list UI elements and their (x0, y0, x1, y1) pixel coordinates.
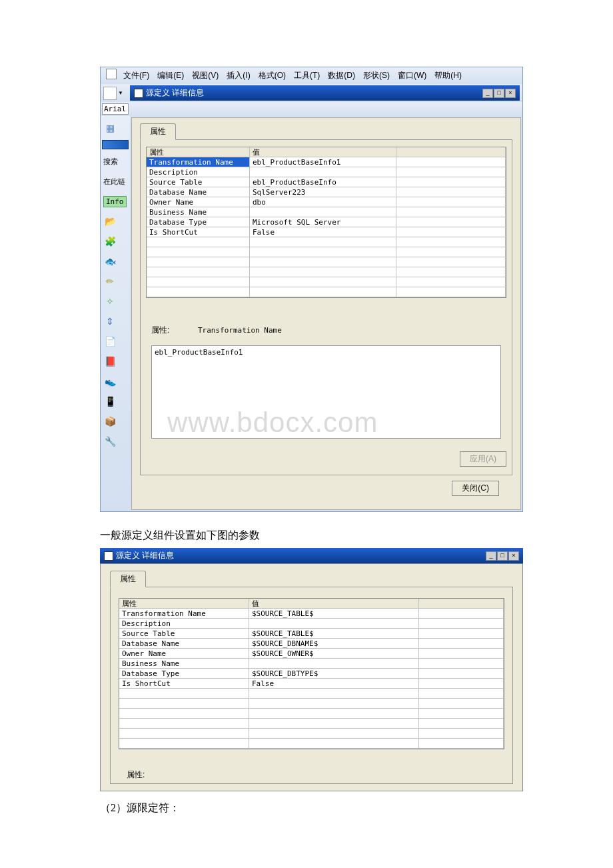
grid-row[interactable]: Business Name (119, 659, 504, 669)
menu-insert[interactable]: 插入(I) (223, 69, 254, 83)
dialog-titlebar: 源定义 详细信息 _ □ × (130, 85, 520, 101)
grid-row[interactable]: Database Type $SOURCE_DBTYPE$ (119, 669, 504, 679)
minimize-button[interactable]: _ (482, 89, 493, 98)
menubar: 文件(F) 编辑(E) 视图(V) 插入(I) 格式(O) 工具(T) 数据(D… (101, 67, 522, 84)
shoe-icon[interactable]: 👟 (103, 375, 117, 388)
caption-1: 一般源定义组件设置如下图的参数 (100, 529, 613, 543)
dialog-body: 属性 属性 值 Transformation Name ebl_ProductB… (131, 117, 521, 510)
grid-row[interactable]: Source Table ebl_ProductBaseInfo (147, 177, 506, 187)
apply-button[interactable]: 应用(A) (460, 451, 506, 467)
property-grid[interactable]: 属性 值 Transformation Name ebl_ProductBase… (146, 147, 506, 298)
grid-row[interactable]: Transformation Name $SOURCE_TABLE$ (119, 609, 504, 619)
close-button[interactable]: 关闭(C) (452, 481, 499, 496)
grid-empty-row (119, 739, 504, 749)
arrows-icon[interactable]: ⇕ (103, 315, 117, 328)
grid-row[interactable]: Transformation Name ebl_ProductBaseInfo1 (147, 157, 506, 167)
dialog2-title: 源定义 详细信息 (116, 550, 174, 561)
cube-icon[interactable]: 📦 (103, 415, 117, 428)
property-value-input[interactable] (151, 345, 501, 439)
doc-icon[interactable]: 📄 (103, 335, 117, 348)
table-icon (104, 551, 113, 561)
tab-row: 属性 (140, 123, 512, 140)
book-icon[interactable]: 📕 (103, 355, 117, 368)
close-window-button[interactable]: × (508, 551, 519, 561)
font-row: Arial (101, 102, 522, 116)
window-controls: _ □ × (486, 551, 519, 561)
menu-file[interactable]: 文件(F) (119, 69, 153, 83)
grid-empty-row (147, 257, 506, 267)
info-button[interactable]: Info (103, 196, 127, 207)
minimize-button[interactable]: _ (486, 551, 496, 561)
grid-empty-row (119, 729, 504, 739)
window-controls: _ □ × (482, 89, 516, 98)
col-extra (396, 147, 506, 157)
menu-window[interactable]: 窗口(W) (394, 69, 430, 83)
sidebar-here[interactable]: 在此链 (103, 177, 125, 187)
tab-properties[interactable]: 属性 (110, 571, 146, 587)
dropdown-icon[interactable]: ▼ (118, 90, 123, 96)
document-icon (106, 69, 117, 79)
menu-shape[interactable]: 形状(S) (359, 69, 394, 83)
grid-row[interactable]: Is ShortCut False (147, 227, 506, 237)
grid-empty-row (119, 719, 504, 729)
font-selector[interactable]: Arial (102, 103, 129, 115)
grid-row[interactable]: Database Name SqlServer223 (147, 187, 506, 197)
grid-empty-row (147, 267, 506, 277)
grid-empty-row (147, 277, 506, 287)
col-property: 属性 (147, 147, 250, 157)
maximize-button[interactable]: □ (494, 89, 504, 98)
device-icon[interactable]: 📱 (103, 395, 117, 408)
menu-format[interactable]: 格式(O) (255, 69, 290, 83)
property-label-2: 属性: (127, 769, 507, 781)
sidebar-search[interactable]: 搜索 (103, 157, 118, 167)
tab-properties[interactable]: 属性 (140, 123, 176, 140)
menu-edit[interactable]: 编辑(E) (153, 69, 188, 83)
sidebar: ▦ 搜索 在此链 Info 📂 🧩 🐟 ✏ ✧ ⇕ 📄 📕 👟 📱 📦 🔧 (101, 116, 130, 511)
grid-empty-row (147, 247, 506, 257)
dialog2-titlebar: 源定义 详细信息 _ □ × (100, 548, 523, 563)
pencil-icon[interactable]: ✏ (103, 275, 117, 288)
tab-panel: 属性 值 Transformation Name ebl_ProductBase… (140, 139, 512, 475)
menu-tools[interactable]: 工具(T) (290, 69, 324, 83)
grid-empty-row (147, 287, 506, 297)
sidebar-blue-separator (102, 140, 129, 149)
col-property: 属性 (119, 599, 249, 609)
prop-value-cell[interactable]: ebl_ProductBaseInfo1 (250, 157, 396, 167)
folder-icon[interactable]: 📂 (103, 215, 117, 228)
close-window-button[interactable]: × (505, 89, 516, 98)
star-icon[interactable]: ✧ (103, 295, 117, 308)
toolbar: ▼ 源定义 详细信息 _ □ × (101, 84, 522, 102)
grid-row[interactable]: Is ShortCut False (119, 679, 504, 689)
grid-row[interactable]: Database Type Microsoft SQL Server (147, 217, 506, 227)
tab-row: 属性 (110, 571, 513, 587)
grid-header: 属性 值 (119, 599, 504, 609)
grid-row[interactable]: Source Table $SOURCE_TABLE$ (119, 629, 504, 639)
menu-data[interactable]: 数据(D) (324, 69, 359, 83)
dialog2-body: 属性 属性 值 Transformation Name $SOURCE_TABL… (100, 563, 523, 791)
puzzle-icon[interactable]: 🧩 (103, 235, 117, 248)
grid-empty-row (119, 689, 504, 699)
grid-row[interactable]: Description (147, 167, 506, 177)
grid-row[interactable]: Owner Name $SOURCE_OWNER$ (119, 649, 504, 659)
property-grid-2[interactable]: 属性 值 Transformation Name $SOURCE_TABLE$ … (119, 598, 504, 749)
fish-icon[interactable]: 🐟 (103, 255, 117, 268)
maximize-button[interactable]: □ (497, 551, 508, 561)
dialog-title: 源定义 详细信息 (146, 87, 204, 99)
grid-empty-row (119, 709, 504, 719)
wrench-icon[interactable]: 🔧 (103, 435, 117, 448)
grid-row[interactable]: Business Name (147, 207, 506, 217)
menu-view[interactable]: 视图(V) (188, 69, 223, 83)
sidebar-icon-1[interactable]: ▦ (103, 121, 117, 135)
property-name-display: Transformation Name (198, 326, 282, 335)
new-document-icon[interactable] (103, 87, 117, 100)
grid-row[interactable]: Description (119, 619, 504, 629)
grid-row[interactable]: Owner Name dbo (147, 197, 506, 207)
prop-name-cell[interactable]: Transformation Name (147, 157, 250, 167)
main-layout: ▦ 搜索 在此链 Info 📂 🧩 🐟 ✏ ✧ ⇕ 📄 📕 👟 📱 📦 🔧 (101, 116, 522, 511)
property-label: 属性: (151, 325, 185, 336)
grid-empty-row (119, 699, 504, 709)
grid-row[interactable]: Database Name $SOURCE_DBNAME$ (119, 639, 504, 649)
property-detail: 属性: Transformation Name (146, 318, 506, 447)
table-icon (134, 89, 143, 98)
menu-help[interactable]: 帮助(H) (430, 69, 466, 83)
